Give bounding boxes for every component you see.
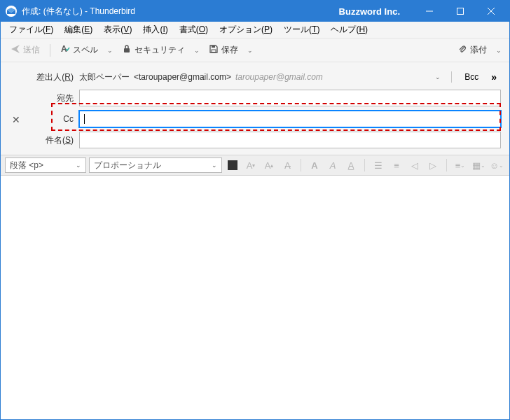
indent-button[interactable]: ▷	[425, 158, 441, 173]
bullet-list-button[interactable]: ☰	[371, 158, 386, 173]
menu-view[interactable]: 表示(V)	[98, 22, 137, 38]
titlebar: 作成: (件名なし) - Thunderbird Buzzword Inc.	[1, 1, 509, 22]
separator	[364, 159, 365, 172]
from-row: 差出人(R) 太郎ペーパー <taroupaper@gmail.com> tar…	[9, 68, 501, 86]
format-toolbar: 段落 <p>⌄ プロポーショナル⌄ A▾ A▴ A̶ A A A ☰ ≡ ◁ ▷…	[1, 155, 509, 176]
to-row: 宛先	[9, 89, 501, 107]
emoji-button[interactable]: ☺⌄	[489, 158, 504, 173]
send-label: 送信	[23, 44, 40, 56]
font-select[interactable]: プロポーショナル⌄	[89, 158, 222, 173]
security-dropdown[interactable]: ⌄	[192, 47, 202, 54]
security-label: セキュリティ	[135, 44, 185, 56]
subject-input[interactable]	[79, 132, 501, 148]
bold-button[interactable]: A	[307, 158, 322, 173]
security-button[interactable]: セキュリティ	[118, 41, 189, 59]
toolbar: 送信 A スペル ⌄ セキュリティ ⌄ 保存 ⌄ 添付 ⌄	[1, 38, 509, 62]
paragraph-select[interactable]: 段落 <p>⌄	[5, 158, 86, 173]
align-button[interactable]: ≡⌄	[453, 158, 468, 173]
svg-rect-6	[124, 48, 130, 52]
menu-options[interactable]: オプション(P)	[214, 22, 278, 38]
menu-tools[interactable]: ツール(T)	[278, 22, 325, 38]
window-title: 作成: (件名なし) - Thunderbird	[22, 6, 135, 18]
font-size-decrease-button[interactable]: A▾	[243, 158, 259, 173]
maximize-button[interactable]	[445, 1, 476, 22]
from-label: 差出人(R)	[9, 71, 79, 83]
separator	[446, 159, 447, 172]
from-name: 太郎ペーパー	[79, 71, 130, 83]
paragraph-select-value: 段落 <p>	[10, 160, 43, 172]
save-label: 保存	[221, 44, 238, 56]
menu-format[interactable]: 書式(O)	[174, 22, 214, 38]
send-button: 送信	[6, 41, 44, 59]
underline-button[interactable]: A	[343, 158, 359, 173]
italic-button[interactable]: A	[325, 158, 340, 173]
app-icon	[5, 5, 18, 18]
menu-file[interactable]: ファイル(F)	[4, 22, 59, 38]
bcc-button[interactable]: Bcc	[460, 71, 483, 83]
svg-rect-7	[212, 46, 215, 48]
spell-label: スペル	[73, 44, 98, 56]
menu-help[interactable]: ヘルプ(H)	[325, 22, 373, 38]
menubar: ファイル(F) 編集(E) 表示(V) 挿入(I) 書式(O) オプション(P)…	[1, 22, 509, 38]
separator	[50, 44, 50, 57]
to-input[interactable]	[79, 90, 501, 106]
separator	[451, 71, 452, 83]
text-caret	[84, 114, 85, 124]
from-dropdown[interactable]: ⌄	[433, 74, 443, 80]
lock-icon	[122, 44, 132, 56]
text-color-button[interactable]	[225, 158, 240, 173]
outdent-button[interactable]: ◁	[407, 158, 422, 173]
minimize-button[interactable]	[414, 1, 445, 22]
attach-dropdown[interactable]: ⌄	[494, 47, 504, 54]
separator	[301, 159, 301, 172]
spell-button[interactable]: A スペル	[56, 41, 102, 59]
cc-row: Cc	[9, 110, 501, 128]
message-body[interactable]	[1, 176, 509, 420]
attach-label: 添付	[470, 44, 487, 56]
svg-rect-2	[457, 8, 464, 15]
from-email: <taroupaper@gmail.com>	[134, 72, 231, 82]
close-button[interactable]	[476, 1, 506, 22]
save-icon	[209, 44, 219, 56]
to-label: 宛先	[9, 92, 79, 104]
from-email-gray: taroupaper@gmail.com	[235, 72, 323, 82]
remove-cc-button[interactable]: ✕	[12, 114, 20, 125]
paperclip-icon	[457, 44, 467, 56]
from-value[interactable]: 太郎ペーパー <taroupaper@gmail.com> taroupaper…	[79, 71, 501, 83]
spell-icon: A	[60, 44, 70, 56]
compose-headers: 差出人(R) 太郎ペーパー <taroupaper@gmail.com> tar…	[1, 62, 509, 155]
menu-insert[interactable]: 挿入(I)	[137, 22, 173, 38]
font-select-value: プロポーショナル	[94, 160, 161, 172]
send-icon	[11, 44, 20, 56]
subject-label: 件名(S)	[9, 134, 79, 146]
save-button[interactable]: 保存	[205, 41, 242, 59]
number-list-button[interactable]: ≡	[389, 158, 404, 173]
attach-button[interactable]: 添付	[453, 41, 491, 59]
menu-edit[interactable]: 編集(E)	[59, 22, 98, 38]
brand-label: Buzzword Inc.	[339, 6, 400, 17]
font-size-increase-button[interactable]: A▴	[261, 158, 277, 173]
subject-row: 件名(S)	[9, 131, 501, 149]
spell-dropdown[interactable]: ⌄	[105, 47, 115, 54]
insert-image-button[interactable]: ▦⌄	[471, 158, 486, 173]
save-dropdown[interactable]: ⌄	[245, 47, 255, 54]
more-recipients-button[interactable]: »	[487, 71, 501, 83]
remove-format-button[interactable]: A̶	[280, 158, 295, 173]
cc-input[interactable]	[79, 111, 501, 127]
